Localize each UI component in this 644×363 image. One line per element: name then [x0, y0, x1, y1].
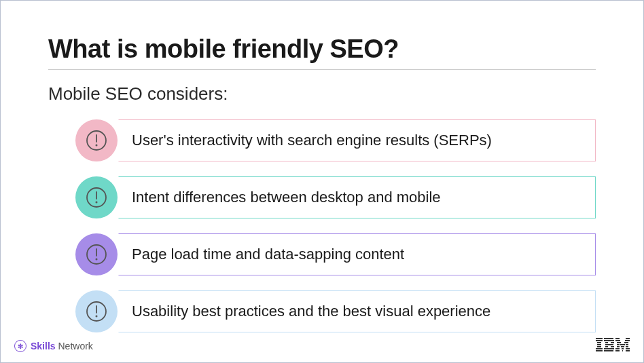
list-item: User's interactivity with search engine … — [75, 119, 596, 161]
svg-rect-35 — [620, 344, 625, 345]
svg-rect-25 — [611, 346, 614, 347]
svg-rect-16 — [597, 346, 601, 347]
ibm-logo-icon — [596, 338, 630, 351]
exclamation-circle-icon — [75, 290, 118, 332]
svg-rect-31 — [625, 340, 630, 341]
svg-point-2 — [96, 145, 98, 147]
footer-brand: Skills — [31, 341, 56, 351]
svg-rect-27 — [604, 350, 613, 351]
svg-rect-14 — [597, 342, 601, 343]
footer-brand-text: Skills Network — [31, 341, 93, 351]
svg-rect-40 — [615, 348, 620, 349]
items-list: User's interactivity with search engine … — [48, 119, 596, 332]
item-text-box: Usability best practices and the best vi… — [97, 290, 596, 332]
exclamation-icon — [85, 186, 108, 209]
exclamation-icon — [85, 243, 108, 266]
footer-right — [596, 338, 630, 354]
svg-rect-44 — [622, 350, 623, 351]
svg-rect-41 — [622, 348, 624, 349]
svg-rect-39 — [626, 346, 628, 347]
svg-point-5 — [96, 202, 98, 204]
svg-rect-13 — [596, 340, 603, 341]
svg-rect-33 — [624, 342, 628, 343]
svg-point-8 — [96, 259, 98, 261]
slide-footer: ✻ Skills Network — [14, 338, 630, 354]
slide-subtitle: Mobile SEO considers: — [48, 83, 596, 104]
svg-rect-19 — [604, 338, 613, 339]
svg-point-11 — [96, 316, 98, 318]
svg-rect-23 — [605, 344, 613, 345]
exclamation-icon — [85, 129, 108, 152]
svg-rect-45 — [626, 350, 630, 351]
svg-rect-32 — [617, 342, 621, 343]
svg-rect-15 — [597, 344, 601, 345]
item-text-box: Intent differences between desktop and m… — [97, 176, 596, 218]
svg-rect-28 — [615, 338, 620, 339]
slide-content: What is mobile friendly SEO? Mobile SEO … — [1, 1, 643, 332]
slide-title: What is mobile friendly SEO? — [48, 35, 596, 64]
list-item: Page load time and data-sapping content — [75, 233, 596, 275]
svg-rect-24 — [605, 346, 608, 347]
item-label: Page load time and data-sapping content — [132, 246, 404, 263]
item-label: User's interactivity with search engine … — [132, 132, 492, 149]
list-item: Usability best practices and the best vi… — [75, 290, 596, 332]
svg-rect-22 — [611, 342, 614, 343]
footer-left: ✻ Skills Network — [14, 340, 93, 352]
svg-rect-29 — [626, 338, 630, 339]
svg-rect-36 — [626, 344, 628, 345]
item-label: Intent differences between desktop and m… — [132, 189, 441, 206]
svg-rect-37 — [617, 346, 620, 347]
skills-network-badge-icon: ✻ — [14, 340, 26, 352]
exclamation-circle-icon — [75, 119, 118, 161]
exclamation-icon — [85, 300, 108, 323]
svg-rect-26 — [604, 348, 614, 349]
svg-rect-34 — [617, 344, 620, 345]
item-label: Usability best practices and the best vi… — [132, 303, 490, 320]
list-item: Intent differences between desktop and m… — [75, 176, 596, 218]
svg-rect-20 — [604, 340, 614, 341]
svg-rect-30 — [615, 340, 620, 341]
title-divider — [48, 69, 596, 70]
svg-rect-21 — [605, 342, 608, 343]
exclamation-circle-icon — [75, 233, 118, 275]
footer-network: Network — [58, 341, 92, 351]
item-text-box: User's interactivity with search engine … — [97, 119, 596, 161]
svg-rect-38 — [621, 346, 624, 347]
svg-rect-18 — [596, 350, 603, 351]
svg-rect-43 — [615, 350, 620, 351]
svg-rect-42 — [626, 348, 630, 349]
svg-rect-12 — [596, 338, 603, 339]
exclamation-circle-icon — [75, 176, 118, 218]
svg-rect-17 — [596, 348, 603, 349]
item-text-box: Page load time and data-sapping content — [97, 233, 596, 275]
